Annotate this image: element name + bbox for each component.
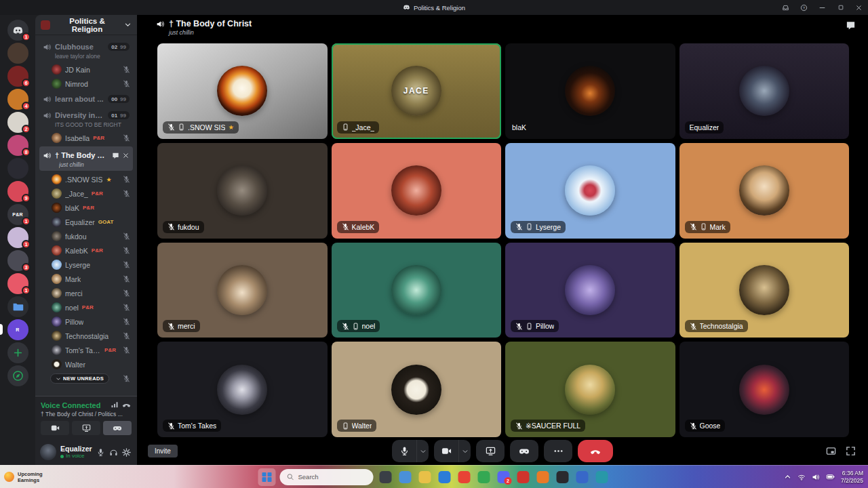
server-icon-server-6[interactable] [0,157,35,180]
server-icon-server-3[interactable]: 4 [0,87,35,110]
taskbar-app-widgets[interactable] [397,469,414,485]
voice-user-walter[interactable]: Walter [35,357,137,371]
taskbar-search[interactable]: Search [280,469,374,485]
taskbar-app-app-blue[interactable] [574,469,591,485]
voice-tile-equalizer[interactable]: Equalizer [679,43,850,139]
voice-tile-lyserge[interactable]: Lyserge [505,143,675,239]
server-icon-server-pr[interactable]: P&R1 [0,203,35,226]
disconnect-button[interactable] [121,400,132,410]
taskbar-app-task-view[interactable] [378,469,394,485]
camera-options-button[interactable] [458,440,471,462]
voice-tile-mark[interactable]: Mark [679,143,850,239]
mic-options-button[interactable] [416,440,429,462]
mic-toggle-button[interactable] [392,440,416,462]
voice-tile-walter[interactable]: Walter [332,342,502,437]
voice-user-lyserge[interactable]: Lyserge [35,258,137,272]
maximize-button[interactable] [831,0,850,15]
voice-user-pillow[interactable]: Pillow [35,314,137,329]
voice-tile-saucer-full[interactable]: ※SAUCER FULL [505,342,675,437]
voice-user-jace[interactable]: _Jace_P&R [35,186,137,201]
server-icon-explore[interactable] [0,364,35,387]
voice-tile-jace[interactable]: JACE_Jace_ [332,43,502,139]
minimize-button[interactable] [813,0,831,15]
voice-tile-snow-sis[interactable]: .SNOW SIS★ [157,43,328,139]
open-chat-button[interactable] [844,19,857,32]
voice-user-kalebk[interactable]: KalebKP&R [35,243,137,258]
pip-button[interactable] [825,445,837,458]
voice-user-equalizer[interactable]: EqualizerGOAT [35,215,137,229]
fullscreen-button[interactable] [844,445,857,458]
help-button[interactable]: ? [795,0,813,15]
battery-icon[interactable] [825,472,835,482]
taskbar-app-file-explorer[interactable] [417,469,433,485]
activities-button[interactable] [510,440,538,462]
inbox-button[interactable] [776,0,795,15]
voice-user-nimrod[interactable]: Nimrod [35,77,137,91]
server-icon-server-9[interactable]: 3 [0,249,35,272]
user-avatar[interactable] [40,444,56,460]
voice-tile-technostalgia[interactable]: Technostalgia [679,243,850,338]
taskbar-app-obs[interactable] [555,469,571,485]
voice-tile-kalebk[interactable]: KalebK [332,143,502,239]
wifi-icon[interactable] [797,472,806,482]
volume-icon[interactable] [811,472,821,482]
widgets-panel[interactable]: Upcoming Earnings [4,471,43,483]
settings-button[interactable] [121,447,132,458]
disconnect-call-button[interactable] [578,440,613,462]
server-icon-server-2[interactable]: 6 [0,64,35,87]
start-button[interactable] [258,468,276,486]
voice-user-jd-kain[interactable]: JD Kain [35,62,137,77]
tray-overflow-button[interactable] [783,472,792,481]
taskbar-app-app-teal[interactable] [594,469,610,485]
taskbar-app-app-green[interactable] [476,469,492,485]
taskbar-app-chrome[interactable] [456,469,473,485]
server-icon-discord-home[interactable]: 1 [0,18,35,41]
camera-button[interactable] [41,421,69,435]
voice-user-merci[interactable]: merci [35,286,137,300]
noise-suppression-button[interactable] [110,400,119,410]
voice-tile-noel[interactable]: noel [332,243,502,338]
taskbar-app-edge[interactable] [437,469,453,485]
voice-user-technostalgia[interactable]: Technostalgia [35,329,137,343]
server-icon-server-8[interactable]: 1 [0,226,35,249]
server-icon-add-server[interactable] [0,341,35,364]
taskbar-app-discord[interactable]: 2 [496,469,512,485]
voice-channel-learn-about[interactable]: learn about ...0099 [39,91,133,107]
voice-user-tom-s-takes[interactable]: Tom's TakesP&R [35,343,137,357]
screen-share-button[interactable] [72,421,100,435]
taskbar-app-app-orange[interactable] [535,469,551,485]
invite-button[interactable]: Invite [148,445,178,458]
guild-header[interactable]: Politics & Religion [35,15,137,35]
voice-tile-blak[interactable]: blaK [505,43,675,139]
voice-tile-goose[interactable]: Goose [679,342,850,437]
voice-user-noel[interactable]: noelP&R [35,300,137,314]
server-icon-server-folder[interactable] [0,295,35,318]
taskbar-app-app-red[interactable] [515,469,532,485]
activities-button[interactable] [103,421,132,435]
user-info[interactable]: Equalizer In voice [60,445,91,460]
voice-user-mark[interactable]: Mark [35,272,137,286]
voice-user-isabella[interactable]: IsabellaP&R [35,131,137,145]
voice-tile-pillow[interactable]: Pillow [505,243,675,338]
server-icon-server-4[interactable]: 2 [0,110,35,134]
server-icon-rumble[interactable]: R [0,318,35,341]
new-unreads-pill[interactable]: NEW UNREADS [50,373,109,384]
screen-share-button[interactable] [476,440,505,462]
mute-button[interactable] [95,447,106,458]
voice-user-fukdou[interactable]: fukdou [35,229,137,243]
voice-tile-fukdou[interactable]: fukdou [157,143,328,239]
voice-channel-the-body-of-c[interactable]: † The Body of C...just chillin [39,146,133,171]
server-icon-server-10[interactable]: 1 [0,272,35,295]
voice-user-snow-sis[interactable]: .SNOW SIS★ [35,172,137,186]
deafen-button[interactable] [108,447,119,458]
voice-tile-merci[interactable]: merci [157,243,328,338]
close-button[interactable] [850,0,868,15]
voice-tile-tom-s-takes[interactable]: Tom's Takes [157,342,328,437]
server-icon-server-1[interactable] [0,41,35,64]
server-icon-server-7[interactable]: 9 [0,180,35,203]
more-options-button[interactable] [544,440,572,462]
server-icon-server-5[interactable]: 8 [0,134,35,157]
camera-toggle-button[interactable] [434,440,458,462]
voice-user-blak[interactable]: blaKP&R [35,201,137,215]
clock[interactable]: 6:36 AM 7/2/2025 [840,469,864,485]
